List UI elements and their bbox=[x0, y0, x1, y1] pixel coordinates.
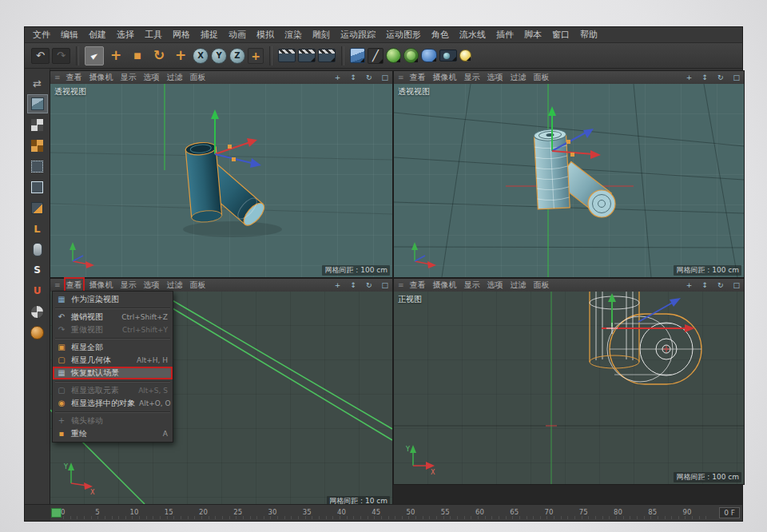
viewport-menu-options[interactable]: 选项 bbox=[144, 280, 160, 291]
y-axis-lock-icon[interactable]: Y bbox=[211, 48, 227, 64]
last-tool-icon[interactable]: + bbox=[171, 46, 190, 66]
viewport-menu-camera[interactable]: 摄像机 bbox=[433, 280, 457, 291]
enable-snap-icon[interactable]: S bbox=[28, 261, 47, 279]
scene-camera-icon[interactable] bbox=[439, 50, 457, 62]
pan-view-icon[interactable]: + bbox=[335, 281, 341, 289]
viewport-menu-camera[interactable]: 摄像机 bbox=[89, 72, 113, 83]
texture-mode-icon[interactable] bbox=[28, 116, 47, 133]
rotate-view-icon[interactable]: ↻ bbox=[717, 281, 724, 289]
frame-counter[interactable]: 0 F bbox=[719, 507, 740, 518]
render-view-icon[interactable] bbox=[278, 49, 296, 62]
pan-view-icon[interactable]: + bbox=[686, 73, 693, 81]
magnet-snap-icon[interactable]: U bbox=[28, 282, 47, 300]
dolly-view-icon[interactable]: ↕ bbox=[701, 73, 708, 81]
toggle-view-icon[interactable]: □ bbox=[381, 73, 388, 81]
context-menu-item-7[interactable]: ▦恢复默认场景 bbox=[53, 367, 173, 379]
menubar-item-13[interactable]: 角色 bbox=[431, 29, 449, 41]
menubar-item-14[interactable]: 流水线 bbox=[459, 29, 486, 41]
perspective-scene[interactable] bbox=[394, 84, 744, 277]
viewport-menu-display[interactable]: 显示 bbox=[464, 280, 480, 291]
toggle-view-icon[interactable]: □ bbox=[733, 281, 740, 289]
menubar-item-4[interactable]: 工具 bbox=[145, 29, 162, 41]
menubar-item-12[interactable]: 运动图形 bbox=[386, 29, 421, 41]
toggle-view-icon[interactable]: □ bbox=[733, 73, 740, 81]
points-mode-icon[interactable] bbox=[28, 157, 47, 175]
menubar-item-3[interactable]: 选择 bbox=[117, 29, 134, 41]
menubar-item-10[interactable]: 雕刻 bbox=[312, 29, 330, 41]
pan-view-icon[interactable]: + bbox=[335, 73, 341, 81]
viewport-menu-panel[interactable]: 面板 bbox=[190, 72, 206, 83]
menubar-item-7[interactable]: 动画 bbox=[229, 29, 246, 41]
rotate-view-icon[interactable]: ↻ bbox=[366, 281, 372, 289]
x-axis-lock-icon[interactable]: X bbox=[193, 48, 209, 64]
z-axis-lock-icon[interactable]: Z bbox=[229, 48, 245, 64]
viewport-menu-camera[interactable]: 摄像机 bbox=[89, 280, 113, 291]
menubar-item-15[interactable]: 插件 bbox=[496, 29, 514, 41]
context-menu-item-5[interactable]: ▣框显全部 bbox=[53, 341, 173, 354]
pan-view-icon[interactable]: + bbox=[686, 281, 693, 289]
edges-mode-icon[interactable] bbox=[28, 178, 47, 196]
render-settings-icon[interactable] bbox=[318, 49, 336, 62]
scale-tool-icon[interactable]: ■ bbox=[128, 46, 147, 66]
menubar-item-0[interactable]: 文件 bbox=[33, 29, 50, 41]
add-cube-icon[interactable] bbox=[350, 48, 365, 63]
viewport-menu-display[interactable]: 显示 bbox=[464, 72, 480, 83]
context-menu-item-0[interactable]: ▦作为渲染视图 bbox=[53, 293, 173, 306]
viewport-menu-panel[interactable]: 面板 bbox=[534, 280, 550, 291]
context-menu-item-13[interactable]: ▪重绘A bbox=[53, 427, 173, 440]
live-selection-tool-icon[interactable]: ► bbox=[85, 46, 104, 66]
modeling-settings-icon[interactable] bbox=[28, 324, 47, 341]
move-tool-icon[interactable]: + bbox=[106, 46, 125, 66]
undo-icon[interactable]: ↶ bbox=[31, 48, 50, 64]
context-menu-item-2[interactable]: ↶撤销视图Ctrl+Shift+Z bbox=[53, 311, 173, 324]
dolly-view-icon[interactable]: ↕ bbox=[350, 281, 356, 289]
deformers-icon[interactable] bbox=[421, 49, 437, 62]
viewport-canvas[interactable]: 透视视图 网格间距 : 100 cm bbox=[394, 84, 744, 277]
viewport-menu-options[interactable]: 选项 bbox=[487, 280, 503, 291]
menubar-item-18[interactable]: 帮助 bbox=[580, 29, 598, 41]
viewport-menu-panel[interactable]: 面板 bbox=[190, 280, 206, 291]
scene-light-icon[interactable] bbox=[459, 50, 471, 62]
menubar-item-11[interactable]: 运动跟踪 bbox=[340, 29, 376, 41]
viewport-nav-icon[interactable] bbox=[28, 240, 47, 258]
viewport-menu-options[interactable]: 选项 bbox=[144, 72, 160, 83]
menubar-item-8[interactable]: 模拟 bbox=[256, 29, 274, 41]
dolly-view-icon[interactable]: ↕ bbox=[701, 281, 708, 289]
dolly-view-icon[interactable]: ↕ bbox=[350, 73, 356, 81]
menubar-item-6[interactable]: 捕捉 bbox=[201, 29, 218, 41]
menubar-item-2[interactable]: 创建 bbox=[89, 29, 106, 41]
polygons-mode-icon[interactable] bbox=[28, 199, 47, 216]
viewport-menu-filter[interactable]: 过滤 bbox=[511, 72, 527, 83]
viewport-menu-camera[interactable]: 摄像机 bbox=[433, 72, 457, 83]
rotate-tool-icon[interactable]: ↻ bbox=[149, 46, 169, 66]
viewport-menu-view[interactable]: 查看 bbox=[410, 72, 426, 83]
viewport-menu-display[interactable]: 显示 bbox=[121, 72, 137, 83]
spline-pen-icon[interactable]: ╱ bbox=[368, 48, 384, 64]
timeline-ruler[interactable]: 0 F 051015202530354045505560657075808590 bbox=[50, 505, 742, 521]
menubar-item-5[interactable]: 网格 bbox=[173, 29, 190, 41]
rotate-view-icon[interactable]: ↻ bbox=[717, 73, 724, 81]
context-menu-item-10[interactable]: ◉框显选择中的对象Alt+O, O bbox=[53, 397, 173, 410]
menubar-item-17[interactable]: 窗口 bbox=[552, 29, 570, 41]
perspective-scene[interactable] bbox=[50, 84, 392, 277]
render-to-picture-viewer-icon[interactable] bbox=[298, 49, 316, 62]
generators-icon[interactable] bbox=[386, 48, 401, 63]
menubar-item-1[interactable]: 编辑 bbox=[61, 29, 78, 41]
viewport-menu-display[interactable]: 显示 bbox=[121, 280, 137, 291]
viewport-canvas[interactable]: Y X 正视图 网格间距 : 100 cm bbox=[394, 292, 744, 484]
viewport-menu-filter[interactable]: 过滤 bbox=[167, 72, 183, 83]
model-mode-icon[interactable] bbox=[28, 95, 47, 113]
rotate-view-icon[interactable]: ↻ bbox=[366, 73, 372, 81]
toggle-view-icon[interactable]: □ bbox=[381, 281, 388, 289]
menubar-item-9[interactable]: 渲染 bbox=[284, 29, 302, 41]
menubar-item-16[interactable]: 脚本 bbox=[524, 29, 542, 41]
context-menu-item-6[interactable]: ▢框显几何体Alt+H, H bbox=[53, 354, 173, 367]
coordinate-system-icon[interactable]: + bbox=[248, 48, 264, 64]
front-view-scene[interactable]: Y X bbox=[394, 292, 744, 484]
quantize-icon[interactable] bbox=[28, 303, 47, 320]
enable-axis-icon[interactable]: L bbox=[28, 220, 47, 237]
viewport-menu-panel[interactable]: 面板 bbox=[534, 72, 550, 83]
viewport-menu-options[interactable]: 选项 bbox=[487, 72, 503, 83]
viewport-menu-filter[interactable]: 过滤 bbox=[511, 280, 527, 291]
workplane-mode-icon[interactable] bbox=[28, 137, 47, 154]
